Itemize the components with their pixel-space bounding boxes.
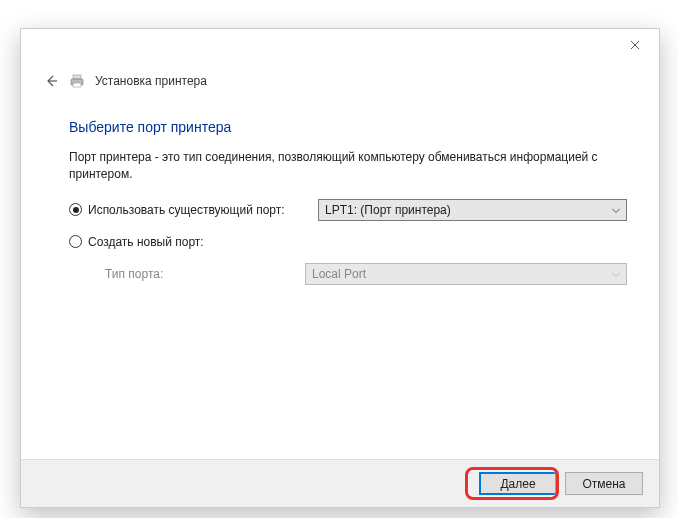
wizard-footer: Далее Отмена (21, 459, 659, 507)
next-button[interactable]: Далее (479, 472, 557, 495)
radio-existing-port[interactable] (69, 203, 82, 216)
printer-icon (69, 73, 85, 89)
wizard-header: Установка принтера (43, 73, 637, 89)
close-button[interactable] (621, 35, 649, 55)
page-heading: Выберите порт принтера (69, 119, 627, 135)
wizard-content: Выберите порт принтера Порт принтера - э… (69, 119, 627, 299)
port-type-row: Тип порта: Local Port (69, 263, 627, 285)
wizard-dialog: Установка принтера Выберите порт принтер… (20, 28, 660, 508)
wizard-title: Установка принтера (95, 74, 207, 88)
option-use-existing-port[interactable]: Использовать существующий порт: LPT1: (П… (69, 199, 627, 221)
back-arrow-icon (44, 74, 58, 88)
chevron-down-icon (612, 268, 620, 279)
port-type-combo: Local Port (305, 263, 627, 285)
port-type-label: Тип порта: (105, 267, 305, 281)
option-create-new-port[interactable]: Создать новый порт: (69, 235, 627, 249)
back-button[interactable] (43, 73, 59, 89)
existing-port-value: LPT1: (Порт принтера) (325, 203, 451, 217)
svg-rect-2 (73, 83, 81, 87)
existing-port-combo[interactable]: LPT1: (Порт принтера) (318, 199, 627, 221)
radio-create-port[interactable] (69, 235, 82, 248)
close-icon (630, 40, 640, 50)
cancel-button[interactable]: Отмена (565, 472, 643, 495)
svg-rect-0 (73, 75, 81, 79)
port-type-value: Local Port (312, 267, 366, 281)
existing-port-label: Использовать существующий порт: (88, 203, 318, 217)
screenshot-frame: Установка принтера Выберите порт принтер… (0, 0, 678, 518)
chevron-down-icon (612, 204, 620, 215)
create-port-label: Создать новый порт: (88, 235, 318, 249)
page-description: Порт принтера - это тип соединения, позв… (69, 149, 627, 183)
